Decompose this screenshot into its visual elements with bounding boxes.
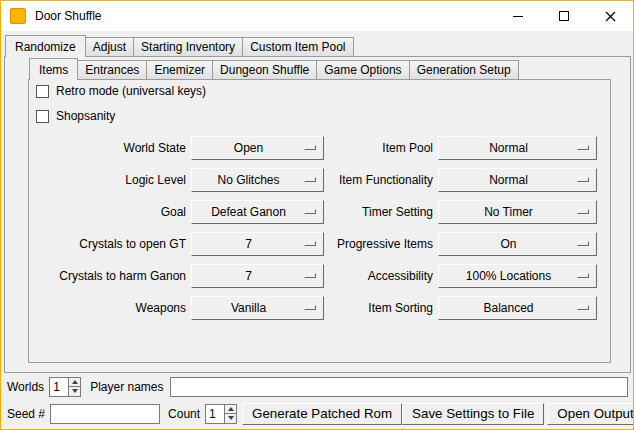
- dropdown-indicator-icon: [577, 241, 589, 246]
- close-button[interactable]: [587, 1, 633, 31]
- window-controls: [495, 1, 633, 31]
- item-pool-label: Item Pool: [273, 136, 433, 160]
- tab-label: Randomize: [15, 40, 76, 54]
- item-functionality-dropdown[interactable]: Normal: [438, 168, 597, 192]
- tab-dungeon-shuffle[interactable]: Dungeon Shuffle: [212, 60, 317, 79]
- maximize-icon: [559, 11, 569, 21]
- crystals-open-gt-label: Crystals to open GT: [31, 232, 186, 256]
- worlds-stepper[interactable]: [49, 377, 81, 397]
- timer-setting-value: No Timer: [484, 205, 533, 219]
- open-output-directory-button[interactable]: Open Output Directory: [547, 403, 634, 425]
- seed-input[interactable]: [50, 404, 160, 424]
- tab-label: Adjust: [93, 40, 126, 54]
- logic-level-label: Logic Level: [31, 168, 186, 192]
- world-state-value: Open: [234, 141, 263, 155]
- count-stepper-up[interactable]: [225, 405, 236, 414]
- worlds-stepper-arrows: [68, 378, 80, 396]
- door-shuffle-window: Door Shuffle Randomize Adjust Starting I…: [0, 0, 634, 430]
- shopsanity-label: Shopsanity: [56, 109, 115, 123]
- tab-adjust[interactable]: Adjust: [85, 37, 134, 56]
- item-pool-dropdown[interactable]: Normal: [438, 136, 597, 160]
- tab-starting-inventory[interactable]: Starting Inventory: [133, 37, 243, 56]
- weapons-label: Weapons: [31, 296, 186, 320]
- seed-row: Seed # Count Generate Patched Rom Save S…: [7, 402, 628, 425]
- player-names-input[interactable]: [170, 377, 629, 397]
- item-functionality-label: Item Functionality: [273, 168, 433, 192]
- crystals-harm-ganon-value: 7: [245, 269, 252, 283]
- close-icon: [605, 11, 616, 22]
- goal-label: Goal: [31, 200, 186, 224]
- accessibility-value: 100% Locations: [466, 269, 551, 283]
- tab-generation-setup[interactable]: Generation Setup: [409, 60, 519, 79]
- worlds-input[interactable]: [50, 378, 68, 396]
- tab-label: Custom Item Pool: [250, 40, 345, 54]
- retro-mode-checkbox-row[interactable]: Retro mode (universal keys): [36, 83, 206, 99]
- tab-game-options[interactable]: Game Options: [316, 60, 409, 79]
- tab-items[interactable]: Items: [29, 58, 78, 80]
- save-settings-button[interactable]: Save Settings to File: [402, 403, 544, 425]
- worlds-label: Worlds: [7, 380, 44, 394]
- crystals-open-gt-value: 7: [245, 237, 252, 251]
- retro-mode-checkbox[interactable]: [36, 85, 49, 98]
- app-icon: [10, 8, 26, 24]
- spin-up-icon: [72, 380, 78, 384]
- tab-label: Dungeon Shuffle: [220, 63, 309, 77]
- timer-setting-label: Timer Setting: [273, 200, 433, 224]
- item-sorting-value: Balanced: [483, 301, 533, 315]
- item-functionality-value: Normal: [489, 173, 528, 187]
- dropdown-indicator-icon: [577, 145, 589, 150]
- item-sorting-label: Item Sorting: [273, 296, 433, 320]
- maximize-button[interactable]: [541, 1, 587, 31]
- tab-label: Starting Inventory: [141, 40, 235, 54]
- tab-randomize[interactable]: Randomize: [5, 35, 86, 57]
- tab-enemizer[interactable]: Enemizer: [146, 60, 213, 79]
- spin-up-icon: [228, 407, 234, 411]
- seed-label: Seed #: [7, 407, 45, 421]
- count-stepper[interactable]: [205, 404, 237, 424]
- weapons-value: Vanilla: [231, 301, 266, 315]
- count-input[interactable]: [206, 405, 224, 423]
- worlds-stepper-up[interactable]: [69, 378, 80, 387]
- tab-custom-item-pool[interactable]: Custom Item Pool: [242, 37, 353, 56]
- tab-label: Enemizer: [154, 63, 205, 77]
- dropdown-indicator-icon: [577, 209, 589, 214]
- dropdown-indicator-icon: [577, 305, 589, 310]
- accessibility-dropdown[interactable]: 100% Locations: [438, 264, 597, 288]
- worlds-row: Worlds Player names: [7, 376, 628, 397]
- retro-mode-label: Retro mode (universal keys): [56, 84, 206, 98]
- timer-setting-dropdown[interactable]: No Timer: [438, 200, 597, 224]
- crystals-harm-ganon-label: Crystals to harm Ganon: [31, 264, 186, 288]
- logic-level-value: No Glitches: [217, 173, 279, 187]
- accessibility-label: Accessibility: [273, 264, 433, 288]
- count-stepper-down[interactable]: [225, 413, 236, 423]
- minimize-icon: [513, 16, 523, 17]
- item-sorting-dropdown[interactable]: Balanced: [438, 296, 597, 320]
- tab-label: Items: [39, 63, 68, 77]
- tab-label: Game Options: [324, 63, 401, 77]
- item-pool-value: Normal: [489, 141, 528, 155]
- outer-tab-strip: Randomize Adjust Starting Inventory Cust…: [5, 35, 354, 57]
- window-title: Door Shuffle: [35, 9, 102, 23]
- count-stepper-arrows: [224, 405, 236, 423]
- worlds-stepper-down[interactable]: [69, 386, 80, 396]
- progressive-items-dropdown[interactable]: On: [438, 232, 597, 256]
- minimize-button[interactable]: [495, 1, 541, 31]
- dropdown-indicator-icon: [577, 273, 589, 278]
- shopsanity-checkbox-row[interactable]: Shopsanity: [36, 108, 115, 124]
- tab-label: Generation Setup: [417, 63, 511, 77]
- player-names-label: Player names: [90, 380, 163, 394]
- titlebar: Door Shuffle: [1, 1, 633, 31]
- world-state-label: World State: [31, 136, 186, 160]
- spin-down-icon: [72, 389, 78, 393]
- inner-tab-strip: Items Entrances Enemizer Dungeon Shuffle…: [29, 58, 519, 80]
- dropdown-indicator-icon: [577, 177, 589, 182]
- progressive-items-value: On: [500, 237, 516, 251]
- generate-patched-rom-button[interactable]: Generate Patched Rom: [242, 403, 402, 425]
- tab-label: Entrances: [85, 63, 139, 77]
- tab-entrances[interactable]: Entrances: [77, 60, 147, 79]
- shopsanity-checkbox[interactable]: [36, 110, 49, 123]
- spin-down-icon: [228, 416, 234, 420]
- progressive-items-label: Progressive Items: [273, 232, 433, 256]
- count-label: Count: [168, 407, 200, 421]
